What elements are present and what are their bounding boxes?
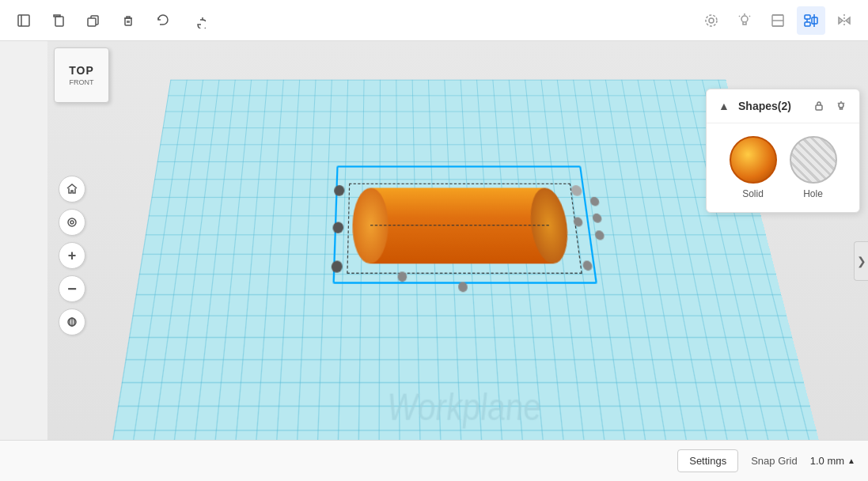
- svg-marker-21: [846, 17, 850, 24]
- shapes-panel-header: ▲ Shapes(2): [707, 89, 859, 123]
- svg-point-28: [839, 103, 843, 108]
- shapes-panel: ▲ Shapes(2): [706, 89, 860, 213]
- cube-box[interactable]: TOP FRONT: [54, 47, 109, 103]
- svg-rect-15: [805, 22, 810, 26]
- light-button[interactable]: [730, 6, 759, 35]
- svg-point-8: [709, 18, 714, 23]
- svg-point-9: [741, 16, 748, 22]
- svg-line-11: [749, 16, 750, 17]
- svg-rect-27: [816, 105, 822, 110]
- hide-button[interactable]: [697, 6, 726, 35]
- scale-handle-3[interactable]: [594, 230, 605, 240]
- svg-rect-3: [88, 18, 96, 26]
- solid-shape-icon: [730, 136, 777, 184]
- view-controls: + −: [59, 176, 85, 335]
- snap-grid-value-control[interactable]: 1.0 mm ▲: [810, 455, 855, 467]
- shape-container[interactable]: [351, 179, 573, 274]
- delete-button[interactable]: [114, 6, 142, 35]
- svg-line-30: [843, 103, 844, 104]
- cube-top-label: TOP: [69, 64, 94, 77]
- main-area: TOP FRONT + −: [0, 41, 868, 481]
- shapes-grid: Solid Hole: [707, 123, 859, 212]
- hole-shape-label: Hole: [803, 188, 823, 199]
- solid-shape-label: Solid: [742, 188, 764, 199]
- svg-rect-0: [18, 15, 29, 26]
- zoom-out-button[interactable]: −: [59, 275, 85, 302]
- toolbar: [0, 0, 868, 41]
- hole-shape-icon: [790, 136, 837, 184]
- svg-rect-2: [55, 17, 63, 26]
- svg-point-22: [68, 218, 76, 226]
- zoom-in-button[interactable]: +: [59, 242, 85, 269]
- scale-handle-1[interactable]: [589, 197, 600, 206]
- undo-button[interactable]: [149, 6, 177, 35]
- redo-button[interactable]: [184, 6, 212, 35]
- cylinder-body: [370, 187, 554, 263]
- workplane-wrap: Workplane: [47, 57, 756, 481]
- fit-view-button[interactable]: [59, 209, 85, 236]
- new-design-button[interactable]: [9, 6, 38, 35]
- solid-shape-option[interactable]: Solid: [730, 136, 777, 199]
- bottom-bar: Settings Snap Grid 1.0 mm ▲: [0, 440, 868, 481]
- cylinder-shape[interactable]: [351, 179, 573, 274]
- collapse-icon: ▲: [718, 100, 730, 112]
- shapes-panel-icons: [810, 97, 850, 115]
- snap-grid-label: Snap Grid: [751, 455, 798, 467]
- shapes-light-button[interactable]: [832, 97, 850, 115]
- home-view-button[interactable]: [59, 176, 85, 203]
- snap-grid-chevron: ▲: [847, 456, 855, 465]
- shapes-lock-button[interactable]: [810, 97, 828, 115]
- viewport[interactable]: TOP FRONT + −: [47, 41, 868, 481]
- collapse-button[interactable]: ▲: [716, 98, 732, 114]
- svg-rect-4: [125, 18, 131, 25]
- view-cube[interactable]: TOP FRONT: [54, 47, 113, 119]
- hole-shape-option[interactable]: Hole: [790, 136, 837, 199]
- svg-marker-20: [839, 17, 843, 24]
- handle-bml[interactable]: [397, 271, 407, 282]
- align-button[interactable]: [797, 6, 825, 35]
- svg-line-12: [739, 16, 740, 17]
- chevron-right-icon: ❯: [857, 255, 866, 267]
- right-edge-toggle[interactable]: ❯: [854, 241, 868, 281]
- snap-grid-value-text: 1.0 mm: [810, 455, 844, 467]
- svg-point-23: [70, 221, 74, 224]
- cube-front-label: FRONT: [70, 78, 94, 86]
- svg-point-7: [706, 15, 717, 26]
- paste-button[interactable]: [44, 6, 73, 35]
- mirror-button[interactable]: [830, 6, 859, 35]
- svg-line-31: [838, 103, 839, 104]
- cylinder-left-cap: [351, 187, 388, 263]
- toolbar-right: [697, 6, 859, 35]
- orientation-button[interactable]: [59, 309, 85, 335]
- scale-handle-2[interactable]: [592, 214, 602, 223]
- shapes-panel-title: Shapes(2): [738, 100, 804, 112]
- duplicate-button[interactable]: [79, 6, 108, 35]
- settings-button[interactable]: Settings: [677, 449, 738, 472]
- material-button[interactable]: [764, 6, 792, 35]
- svg-rect-14: [805, 15, 810, 19]
- handle-bc[interactable]: [458, 282, 468, 292]
